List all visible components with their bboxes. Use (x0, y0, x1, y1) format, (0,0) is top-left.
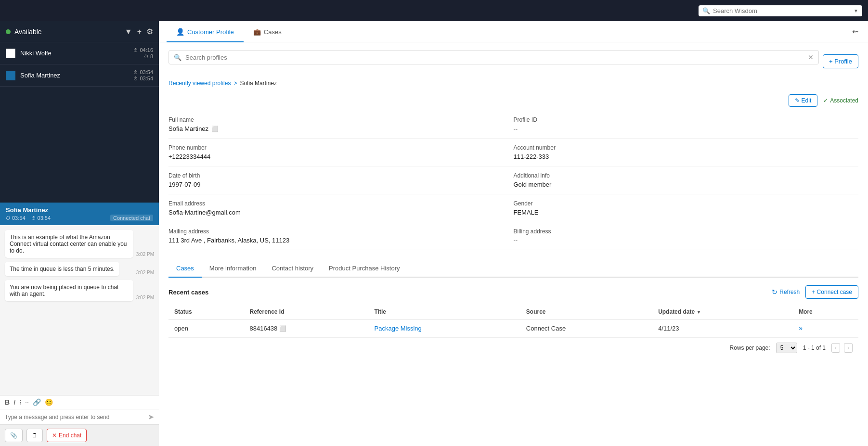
info-account: Account number 111-222-333 (514, 139, 859, 166)
search-wisdom-input[interactable] (713, 7, 851, 14)
chat-bubble-2: You are now being placed in queue to cha… (5, 280, 133, 301)
briefcase-icon: 💼 (253, 28, 261, 36)
connect-case-button[interactable]: + Connect case (805, 285, 858, 299)
pagination: ‹ › (831, 343, 853, 353)
chat-bubble-0: This is an example of what the Amazon Co… (5, 230, 133, 258)
gear-icon[interactable]: ⚙ (146, 27, 153, 36)
chat-input-area: ➤ (0, 409, 159, 424)
table-row: open 88416438 ⬜ Package Missing Connect … (168, 319, 858, 337)
breadcrumb-link[interactable]: Recently viewed profiles (168, 80, 231, 87)
person-icon: 👤 (176, 28, 184, 36)
cases-table-header-row: Status Reference Id Title Source Updated… (168, 305, 858, 319)
copy-icon-name[interactable]: ⬜ (211, 126, 219, 132)
sidebar-header-icons: ▼ + ⚙ (125, 27, 153, 36)
connect-case-label: + Connect case (812, 289, 852, 295)
inner-tab-bar: Cases More information Contact history P… (168, 260, 858, 278)
ordered-list-icon[interactable]: ⁝ (19, 398, 21, 406)
bold-icon[interactable]: B (5, 398, 10, 406)
chevron-down-icon[interactable]: ▼ (854, 8, 858, 13)
refresh-button[interactable]: ↻ Refresh (772, 288, 800, 296)
chat-time-1: 3:02 PM (136, 270, 154, 276)
dob-value: 1997-07-09 (168, 181, 514, 188)
inner-tab-purchase-history[interactable]: Product Purchase History (321, 260, 407, 278)
edit-profile-button[interactable]: ✎ Edit (789, 94, 818, 107)
sort-icon: ▼ (696, 309, 701, 315)
chat-bubble-1: The time in queue is less than 5 minutes… (5, 262, 119, 276)
cell-more: » (793, 319, 858, 337)
pagination-info: 1 - 1 of 1 (803, 344, 826, 351)
info-dob: Date of birth 1997-07-09 (168, 166, 514, 194)
search-profiles-input[interactable] (185, 54, 804, 61)
next-page-button[interactable]: › (844, 343, 853, 353)
transfer-button[interactable]: 🗒 (26, 429, 43, 442)
col-title: Title (369, 305, 520, 319)
copy-reference-icon[interactable]: ⬜ (279, 325, 286, 332)
col-updated-date[interactable]: Updated date ▼ (652, 305, 793, 319)
email-label: Email address (168, 200, 514, 207)
prev-page-button[interactable]: ‹ (831, 343, 840, 353)
chat-input[interactable] (5, 414, 148, 421)
info-gender: Gender FEMALE (514, 194, 859, 222)
active-chat-time1: ⏱03:54 (6, 215, 26, 221)
main-tab-bar: 👤 Customer Profile 💼 Cases ⇜ (159, 21, 868, 42)
account-value: 111-222-333 (514, 153, 859, 160)
chat-bubble-row-0: This is an example of what the Amazon Co… (5, 230, 154, 258)
inner-tab-contact-history[interactable]: Contact history (264, 260, 321, 278)
tab-customer-profile[interactable]: 👤 Customer Profile (167, 21, 244, 42)
sidebar: Available ▼ + ⚙ Nikki Wolfe ⏱04:16 ⏱8 S (0, 21, 159, 446)
mailing-label: Mailing address (168, 228, 514, 235)
clock-icon-4: ⏱ (133, 76, 138, 81)
col-more: More (793, 305, 858, 319)
chat-time-0: 3:02 PM (136, 252, 154, 258)
info-email: Email address Sofia-Martine@gmail.com (168, 194, 514, 222)
clock-icon-3: ⏱ (133, 70, 138, 75)
end-chat-button[interactable]: ✕ End chat (47, 429, 87, 442)
share-icon[interactable]: ⇜ (850, 25, 860, 38)
cell-updated-date: 4/11/23 (652, 319, 793, 337)
chevron-down-icon[interactable]: ▼ (125, 27, 132, 36)
phone-label: Phone number (168, 144, 514, 151)
link-icon[interactable]: 🔗 (33, 398, 41, 406)
add-profile-button[interactable]: + Profile (823, 54, 858, 68)
profile-info-grid: Full name Sofia Martinez ⬜ Profile ID --… (168, 111, 858, 250)
profile-id-label: Profile ID (514, 116, 859, 123)
emoji-icon[interactable]: 🙂 (45, 398, 53, 406)
pencil-icon: ✎ (795, 97, 800, 104)
attachment-button[interactable]: 📎 (5, 429, 23, 442)
tab-cases-label: Cases (264, 28, 282, 36)
search-wisdom-container[interactable]: 🔍 ▼ (699, 5, 862, 16)
inner-tab-cases[interactable]: Cases (168, 260, 202, 278)
refresh-icon: ↻ (772, 288, 777, 296)
end-chat-label: End chat (59, 432, 81, 439)
rows-per-page-select[interactable]: 5 10 25 (776, 343, 797, 353)
full-name-label: Full name (168, 116, 514, 123)
info-phone: Phone number +12223334444 (168, 139, 514, 166)
connected-badge: Connected chat (110, 215, 153, 221)
right-panel: 👤 Customer Profile 💼 Cases ⇜ 🔍 ✕ + Profi… (159, 21, 868, 446)
breadcrumb-current: Sofia Martinez (240, 80, 277, 87)
clock-icon-active1: ⏱ (6, 216, 11, 221)
clear-search-icon[interactable]: ✕ (808, 53, 814, 61)
clock-icon: ⏱ (133, 48, 138, 53)
cell-title: Package Missing (369, 319, 520, 337)
inner-tab-more-info[interactable]: More information (202, 260, 264, 278)
associated-label: Associated (830, 97, 858, 104)
case-title-link[interactable]: Package Missing (375, 325, 422, 332)
add-icon[interactable]: + (137, 27, 142, 36)
contact-item-nikki[interactable]: Nikki Wolfe ⏱04:16 ⏱8 (0, 42, 159, 64)
tab-cases[interactable]: 💼 Cases (244, 21, 291, 42)
more-arrows-icon[interactable]: » (799, 324, 803, 332)
search-wrap: 🔍 ✕ + Profile (168, 50, 858, 72)
active-chat-header: Sofia Martinez ⏱03:54 ⏱03:54 Connected c… (0, 203, 159, 225)
profile-content: 🔍 ✕ + Profile Recently viewed profiles >… (159, 42, 868, 446)
contact-time-nikki: ⏱04:16 ⏱8 (133, 47, 153, 59)
unordered-list-icon[interactable]: ∙∙ (25, 398, 29, 406)
profile-actions: ✎ Edit ✓ Associated (789, 94, 858, 107)
phone-value: +12223334444 (168, 153, 514, 160)
additional-label: Additional info (514, 172, 859, 179)
attachment-icon: 📎 (10, 432, 17, 439)
send-button[interactable]: ➤ (148, 412, 154, 421)
contact-icon-nikki (6, 49, 15, 58)
italic-icon[interactable]: I (13, 398, 15, 406)
contact-item-sofia[interactable]: Sofia Martinez ⏱03:54 ⏱03:54 (0, 64, 159, 87)
